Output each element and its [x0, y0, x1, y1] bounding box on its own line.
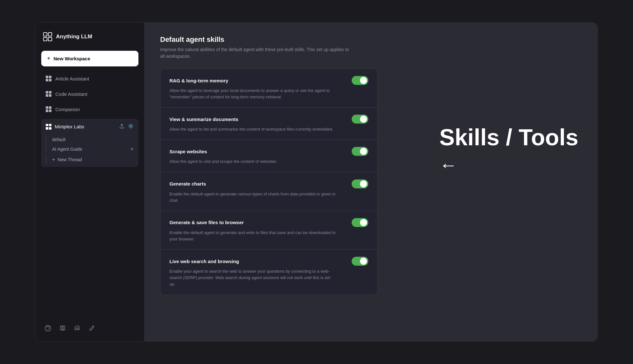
skill-name: Live web search and browsing	[169, 259, 239, 264]
svg-rect-1	[48, 33, 52, 36]
thread-name: AI Agent Guide	[52, 147, 82, 152]
svg-rect-2	[43, 37, 47, 41]
plus-icon: +	[52, 157, 55, 163]
svg-point-7	[93, 326, 94, 327]
skill-name: Generate charts	[169, 181, 206, 186]
annotation-overlay: Skills / Tools ←	[439, 125, 578, 175]
page-title: Default agent skills	[160, 35, 582, 44]
workspace-active-icon	[46, 124, 51, 130]
skill-toggle-2[interactable]	[352, 147, 368, 156]
skill-name: RAG & long-term memory	[169, 78, 228, 83]
app-logo: Anything LLM	[41, 32, 138, 42]
page-subtitle: Improve the natural abilities of the def…	[160, 46, 352, 60]
svg-point-6	[48, 330, 48, 330]
workspace-grid-icon	[46, 106, 51, 112]
skill-desc: Allow the agent to leverage your local d…	[169, 87, 336, 100]
discord-icon-button[interactable]	[72, 323, 83, 334]
skill-desc: Enable your agent to search the web to a…	[169, 268, 336, 287]
skill-name: View & summarize documents	[169, 117, 238, 122]
skill-top: RAG & long-term memory	[169, 76, 368, 85]
skill-desc: Enable the default agent to generate var…	[169, 191, 336, 204]
close-thread-button[interactable]: ✕	[130, 147, 134, 152]
book-icon-button[interactable]	[57, 323, 68, 334]
workspace-label: Companion	[55, 107, 80, 112]
workspace-label: Code Assistant	[55, 91, 87, 97]
skill-toggle-5[interactable]	[352, 257, 368, 266]
main-content: Default agent skills Improve the natural…	[144, 23, 598, 341]
toggle-slider	[352, 76, 368, 85]
skill-toggle-4[interactable]	[352, 218, 368, 227]
skill-row-3: Generate charts Enable the default agent…	[160, 172, 377, 211]
skill-row-2: Scrape websites Allow the agent to visit…	[160, 140, 377, 172]
sidebar-item-companion[interactable]: Companion	[41, 102, 138, 116]
new-thread-button[interactable]: + New Thread	[46, 155, 134, 164]
toggle-slider	[352, 147, 368, 156]
toggle-slider	[352, 115, 368, 124]
sidebar-item-mintplex-labs-expanded: Mintplex Labs	[41, 119, 138, 167]
skill-row-1: View & summarize documents Allow the age…	[160, 108, 377, 140]
skill-toggle-0[interactable]	[352, 76, 368, 85]
ai-agent-guide-thread[interactable]: AI Agent Guide ✕	[46, 145, 134, 153]
new-workspace-button[interactable]: + New Workspace	[41, 51, 138, 66]
annotation-text-line1: Skills / Tools	[439, 125, 578, 150]
skill-name: Scrape websites	[169, 149, 207, 154]
settings-wrench-icon-button[interactable]	[87, 323, 98, 334]
new-thread-label: New Thread	[58, 157, 82, 162]
skills-card: RAG & long-term memory Allow the agent t…	[160, 69, 378, 295]
sub-items: default AI Agent Guide ✕ + New Thread	[41, 134, 138, 167]
skill-name: Generate & save files to browser	[169, 220, 244, 225]
skill-desc: Allow the agent to list and summarize th…	[169, 126, 336, 133]
skill-top: Generate & save files to browser	[169, 218, 368, 227]
settings-button[interactable]	[128, 123, 134, 130]
skill-desc: Enable the default agent to generate and…	[169, 230, 336, 242]
toggle-slider	[352, 218, 368, 227]
support-icon-button[interactable]	[43, 323, 53, 334]
default-thread-label: default	[52, 137, 66, 142]
workspace-grid-icon	[46, 91, 51, 97]
skill-row-4: Generate & save files to browser Enable …	[160, 211, 377, 250]
app-container: Anything LLM + New Workspace Article Ass…	[35, 22, 598, 342]
workspace-grid-icon	[46, 76, 51, 81]
workspace-actions	[119, 123, 134, 130]
skill-desc: Allow the agent to visit and scrape the …	[169, 158, 336, 165]
skill-top: Generate charts	[169, 179, 368, 188]
skill-toggle-1[interactable]	[352, 115, 368, 124]
sidebar: Anything LLM + New Workspace Article Ass…	[35, 23, 144, 341]
skill-top: View & summarize documents	[169, 115, 368, 124]
active-workspace-name: Mintplex Labs	[55, 124, 84, 129]
upload-button[interactable]	[119, 123, 125, 130]
page-header: Default agent skills Improve the natural…	[160, 35, 582, 60]
new-workspace-label: New Workspace	[54, 56, 90, 61]
workspace-label: Article Assistant	[55, 76, 89, 81]
svg-rect-0	[43, 33, 47, 36]
logo-icon	[43, 32, 53, 42]
skill-top: Live web search and browsing	[169, 257, 368, 266]
workspace-list: Article Assistant Code Assistant Compani…	[41, 72, 138, 167]
skill-row-5: Live web search and browsing Enable your…	[160, 250, 377, 294]
toggle-slider	[352, 257, 368, 266]
sidebar-item-code-assistant[interactable]: Code Assistant	[41, 87, 138, 101]
toggle-slider	[352, 179, 368, 188]
app-title: Anything LLM	[56, 34, 92, 40]
sidebar-item-article-assistant[interactable]: Article Assistant	[41, 72, 138, 86]
skill-row-0: RAG & long-term memory Allow the agent t…	[160, 69, 377, 108]
svg-rect-3	[48, 37, 52, 41]
skill-toggle-3[interactable]	[352, 179, 368, 188]
skill-top: Scrape websites	[169, 147, 368, 156]
default-thread[interactable]: default	[46, 136, 134, 143]
sidebar-item-mintplex-labs[interactable]: Mintplex Labs	[41, 119, 138, 134]
svg-point-4	[130, 125, 132, 127]
sidebar-footer	[41, 319, 138, 335]
annotation-arrow: ←	[439, 155, 578, 175]
plus-icon: +	[47, 55, 51, 62]
